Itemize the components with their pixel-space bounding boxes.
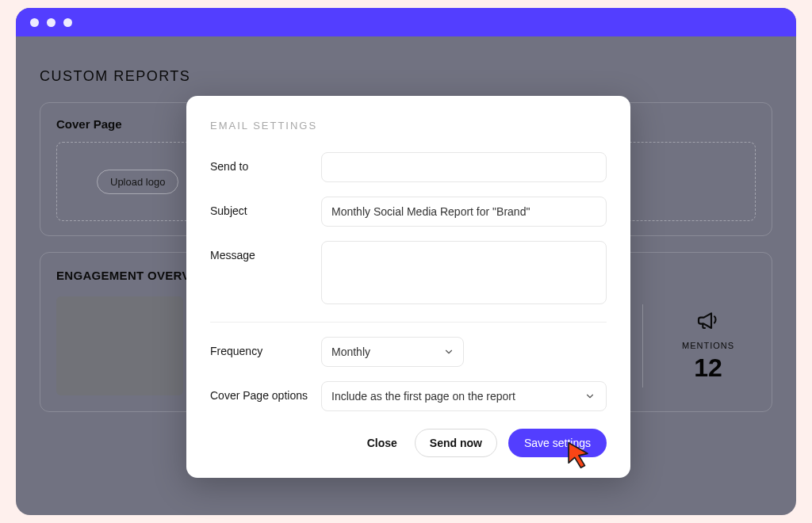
title-bar [16,8,796,36]
engagement-chart-placeholder [56,296,183,395]
form-row-frequency: Frequency [210,337,607,367]
traffic-light-dot [47,18,56,27]
mentions-value: 12 [694,353,722,383]
modal-footer: Close Send now Save settings [210,429,607,457]
cover-options-select[interactable] [321,381,607,411]
form-row-send-to: Send to [210,152,607,182]
modal-title: EMAIL SETTINGS [210,120,607,132]
send-to-label: Send to [210,152,321,173]
upload-logo-button[interactable]: Upload logo [97,170,178,194]
megaphone-icon [695,309,721,334]
divider [642,304,643,387]
send-to-input[interactable] [321,152,607,182]
form-row-message: Message [210,241,607,307]
save-settings-button[interactable]: Save settings [508,429,607,457]
email-settings-modal: EMAIL SETTINGS Send to Subject Message F… [186,96,630,478]
close-button[interactable]: Close [361,430,404,456]
message-label: Message [210,241,321,262]
mentions-block: MENTIONS 12 [661,296,756,395]
frequency-select[interactable] [321,337,464,367]
message-input[interactable] [321,241,607,304]
send-now-button[interactable]: Send now [415,429,497,457]
subject-input[interactable] [321,197,607,227]
page-title: CUSTOM REPORTS [40,68,772,85]
divider [210,322,607,323]
traffic-light-dot [63,18,72,27]
traffic-light-dot [30,18,39,27]
mentions-label: MENTIONS [682,341,734,350]
frequency-label: Frequency [210,337,321,357]
form-row-cover-options: Cover Page options [210,381,607,411]
form-row-subject: Subject [210,197,607,227]
subject-label: Subject [210,197,321,217]
cover-options-label: Cover Page options [210,381,321,402]
